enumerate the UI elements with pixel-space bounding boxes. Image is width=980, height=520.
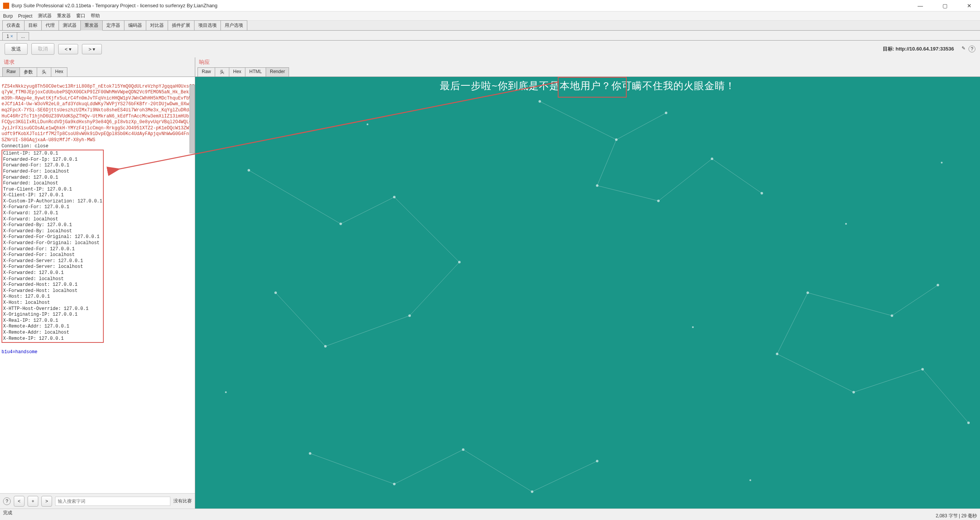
request-title: 请求 bbox=[0, 57, 195, 67]
response-tab-Render[interactable]: Render bbox=[266, 67, 289, 77]
svg-point-23 bbox=[340, 223, 342, 225]
svg-point-49 bbox=[692, 326, 694, 328]
connection-header: Connection: close bbox=[2, 143, 48, 149]
menu-窗口[interactable]: 窗口 bbox=[76, 13, 85, 19]
main-tabs: 仪表盘目标代理测试器重发器定序器编码器对比器插件扩展项目选项用户选项 bbox=[0, 21, 980, 31]
svg-point-22 bbox=[248, 169, 250, 171]
request-cookie-block: fZS4xNkkzyug8Th50C0etwc13RriL808pT_nEtok… bbox=[2, 84, 195, 143]
svg-line-11 bbox=[712, 159, 762, 193]
scrollbar-thumb[interactable] bbox=[189, 85, 195, 153]
response-view-tabs: Raw头HexHTMLRender bbox=[195, 67, 980, 77]
main-tab-8[interactable]: 插件扩展 bbox=[168, 20, 194, 30]
sub-tabs: 1 ×... bbox=[0, 31, 980, 41]
status-done: 完成 bbox=[3, 510, 12, 516]
svg-point-31 bbox=[665, 112, 667, 114]
search-add-button[interactable]: + bbox=[28, 496, 38, 507]
svg-point-40 bbox=[853, 391, 855, 393]
statusbar: 完成 bbox=[0, 509, 980, 517]
request-body: b1u4=handsome bbox=[2, 349, 38, 355]
svg-point-38 bbox=[937, 284, 939, 286]
close-button[interactable]: ✕ bbox=[962, 3, 977, 9]
maximize-button[interactable]: ▢ bbox=[937, 3, 952, 9]
svg-line-1 bbox=[341, 197, 394, 224]
particles-background bbox=[195, 77, 980, 509]
svg-point-24 bbox=[393, 196, 395, 198]
menu-帮助[interactable]: 帮助 bbox=[91, 13, 100, 19]
sub-tab-0[interactable]: 1 × bbox=[2, 32, 17, 40]
help-icon[interactable]: ? bbox=[969, 46, 975, 52]
send-button[interactable]: 发送 bbox=[5, 43, 28, 55]
main-tab-1[interactable]: 目标 bbox=[24, 20, 42, 30]
minimize-button[interactable]: — bbox=[913, 3, 928, 9]
svg-line-4 bbox=[325, 316, 410, 346]
main-tab-0[interactable]: 仪表盘 bbox=[2, 20, 24, 30]
svg-point-36 bbox=[807, 292, 809, 294]
search-input[interactable] bbox=[55, 497, 170, 506]
svg-point-26 bbox=[408, 315, 411, 317]
svg-line-5 bbox=[276, 293, 325, 346]
svg-point-37 bbox=[891, 315, 893, 317]
main-tab-5[interactable]: 定序器 bbox=[102, 20, 124, 30]
svg-point-52 bbox=[941, 162, 942, 163]
history-next-button[interactable]: > ▾ bbox=[82, 44, 102, 54]
response-title: 响应 bbox=[195, 57, 980, 67]
request-raw-editor[interactable]: fZS4xNkkzyug8Th50C0etwc13RriL808pT_nEtok… bbox=[0, 77, 195, 493]
svg-point-25 bbox=[458, 261, 461, 263]
search-next-button[interactable]: > bbox=[41, 496, 52, 507]
main-tab-6[interactable]: 编码器 bbox=[124, 20, 146, 30]
status-bytes: 2,083 字节 | 29 毫秒 bbox=[936, 513, 977, 519]
sub-tab-1[interactable]: ... bbox=[17, 32, 29, 40]
svg-line-19 bbox=[394, 450, 463, 484]
menubar: BurpProject测试器重发器窗口帮助 bbox=[0, 11, 980, 21]
svg-line-2 bbox=[394, 197, 459, 262]
svg-line-12 bbox=[808, 293, 892, 316]
svg-point-46 bbox=[531, 491, 533, 493]
repeater-toolbar: 发送 取消 < ▾ > ▾ 目标: http://10.60.64.197:33… bbox=[0, 41, 980, 57]
response-panel: 响应 Raw头HexHTMLRender bbox=[195, 57, 980, 509]
response-tab-Raw[interactable]: Raw bbox=[198, 67, 215, 77]
main-tab-10[interactable]: 用户选项 bbox=[220, 20, 247, 30]
search-help-icon[interactable]: ? bbox=[3, 497, 11, 505]
app-icon bbox=[3, 3, 9, 9]
cancel-button[interactable]: 取消 bbox=[31, 43, 54, 55]
annotation-highlight-box bbox=[558, 77, 627, 98]
menu-测试器[interactable]: 测试器 bbox=[38, 13, 52, 19]
search-prev-button[interactable]: < bbox=[14, 496, 24, 507]
window-titlebar: Burp Suite Professional v2.0.11beta - Te… bbox=[0, 0, 980, 11]
request-tab-Hex[interactable]: Hex bbox=[51, 67, 67, 77]
edit-target-icon[interactable]: ✎ bbox=[962, 46, 965, 52]
svg-line-0 bbox=[249, 170, 341, 224]
response-tab-Hex[interactable]: Hex bbox=[229, 67, 245, 77]
svg-point-29 bbox=[539, 100, 541, 103]
main-tab-2[interactable]: 代理 bbox=[41, 20, 59, 30]
search-no-match: 没有比赛 bbox=[173, 498, 192, 504]
svg-point-42 bbox=[967, 422, 970, 424]
svg-point-33 bbox=[657, 200, 660, 202]
history-prev-button[interactable]: < ▾ bbox=[58, 44, 78, 54]
window-title: Burp Suite Professional v2.0.11beta - Te… bbox=[11, 3, 913, 8]
request-tab-Raw[interactable]: Raw bbox=[2, 67, 20, 77]
main-tab-3[interactable]: 测试器 bbox=[59, 20, 81, 30]
main-tab-7[interactable]: 对比器 bbox=[146, 20, 168, 30]
menu-Burp[interactable]: Burp bbox=[3, 13, 13, 19]
menu-重发器[interactable]: 重发器 bbox=[57, 13, 71, 19]
svg-point-39 bbox=[776, 353, 778, 355]
svg-line-6 bbox=[540, 101, 616, 140]
request-tab-头[interactable]: 头 bbox=[37, 67, 51, 77]
main-tab-9[interactable]: 项目选项 bbox=[194, 20, 221, 30]
menu-Project[interactable]: Project bbox=[18, 13, 32, 19]
svg-line-13 bbox=[892, 285, 938, 316]
svg-point-43 bbox=[309, 452, 311, 455]
response-tab-头[interactable]: 头 bbox=[215, 67, 229, 77]
svg-point-44 bbox=[393, 483, 395, 485]
svg-point-28 bbox=[274, 292, 277, 294]
request-tab-参数[interactable]: 参数 bbox=[20, 67, 37, 77]
svg-line-21 bbox=[532, 461, 597, 492]
request-panel: 请求 Raw参数头Hex fZS4xNkkzyug8Th50C0etwc13Rr… bbox=[0, 57, 195, 509]
response-tab-HTML[interactable]: HTML bbox=[245, 67, 266, 77]
svg-line-17 bbox=[923, 369, 969, 423]
svg-line-7 bbox=[616, 113, 666, 140]
svg-line-3 bbox=[410, 262, 459, 316]
spoof-headers-block: Client-IP: 127.0.0.1 Forwarded-For-Ip: 1… bbox=[2, 150, 104, 343]
main-tab-4[interactable]: 重发器 bbox=[80, 20, 103, 31]
